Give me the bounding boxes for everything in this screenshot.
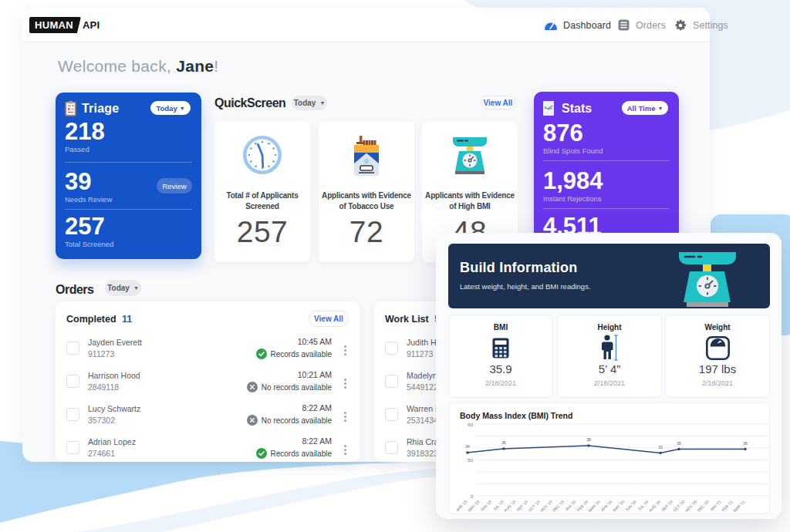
svg-text:MAR '20: MAR '20	[587, 499, 601, 513]
svg-text:AUG '20: AUG '20	[648, 499, 662, 513]
svg-text:APR '20: APR '20	[599, 499, 613, 512]
svg-text:JUN '20: JUN '20	[624, 499, 637, 512]
svg-text:34: 34	[465, 444, 470, 449]
svg-text:33: 33	[658, 445, 663, 450]
svg-text:SEP '19: SEP '19	[515, 499, 528, 512]
svg-text:36: 36	[743, 441, 748, 446]
svg-text:DEC '19: DEC '19	[552, 499, 565, 512]
svg-text:OCT '19: OCT '19	[527, 499, 540, 512]
svg-text:SEP '20: SEP '20	[660, 499, 674, 512]
svg-text:50: 50	[468, 458, 473, 463]
svg-text:MAR '21: MAR '21	[732, 499, 746, 513]
svg-text:AUG '19: AUG '19	[503, 499, 517, 513]
svg-text:DEC '20: DEC '20	[696, 499, 709, 512]
svg-text:JAN '20: JAN '20	[564, 499, 577, 512]
svg-text:OCT '20: OCT '20	[672, 499, 685, 512]
svg-text:MAY '20: MAY '20	[612, 499, 625, 512]
svg-text:NOV '20: NOV '20	[684, 499, 698, 513]
svg-text:JAN '21: JAN '21	[709, 499, 722, 512]
svg-text:0: 0	[471, 494, 474, 499]
svg-text:JUN '19: JUN '19	[479, 499, 492, 512]
svg-text:NOV '19: NOV '19	[539, 499, 553, 513]
svg-text:35: 35	[677, 441, 681, 446]
svg-text:60: 60	[468, 423, 473, 427]
svg-text:36: 36	[501, 440, 506, 445]
svg-text:APR '19: APR '19	[455, 499, 468, 512]
svg-text:MAY '19: MAY '19	[467, 499, 480, 512]
svg-text:38: 38	[586, 437, 591, 442]
